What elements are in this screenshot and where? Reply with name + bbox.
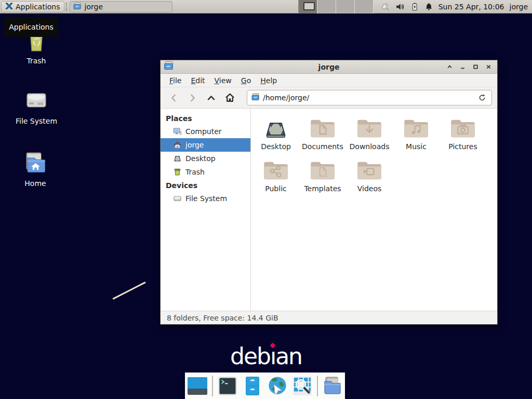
- workspace-3[interactable]: [336, 0, 355, 14]
- videos-folder-icon: [356, 159, 383, 182]
- file-item-documents[interactable]: Documents: [299, 117, 346, 151]
- sidebar-header-places: Places: [161, 112, 250, 125]
- sidebar-item-file-system[interactable]: File System: [161, 192, 250, 205]
- file-item-music[interactable]: Music: [393, 117, 440, 151]
- file-item-videos[interactable]: Videos: [346, 159, 393, 193]
- file-label: Desktop: [261, 142, 291, 151]
- applications-tooltip: Applications: [4, 17, 58, 37]
- file-view[interactable]: Desktop Documents Downloads Music: [251, 109, 497, 311]
- terminal-launcher[interactable]: [217, 376, 238, 396]
- menu-go[interactable]: Go: [236, 75, 256, 86]
- show-desktop-button[interactable]: [187, 376, 208, 396]
- applications-menu-label: Applications: [16, 3, 60, 11]
- user-menu[interactable]: jorge: [510, 3, 528, 11]
- file-item-templates[interactable]: Templates: [299, 159, 346, 193]
- menu-edit[interactable]: Edit: [186, 75, 209, 86]
- desktop-icon-file-system[interactable]: File System: [11, 88, 61, 125]
- file-label: Public: [265, 184, 286, 193]
- taskbar-window-button[interactable]: jorge: [70, 1, 172, 12]
- close-button[interactable]: [483, 62, 494, 72]
- up-button[interactable]: [203, 90, 219, 105]
- sidebar-item-computer[interactable]: Computer: [161, 125, 250, 138]
- tooltip-text: Applications: [9, 23, 54, 31]
- hard-drive-icon: [23, 88, 49, 114]
- path-bar[interactable]: [247, 90, 492, 105]
- debian-logo: debıan: [0, 343, 532, 369]
- menu-file[interactable]: File: [165, 75, 186, 86]
- file-label: Music: [406, 142, 427, 151]
- menu-view[interactable]: View: [210, 75, 236, 86]
- top-panel: Applications jorge: [0, 0, 532, 14]
- music-folder-icon: [403, 117, 430, 140]
- statusbar-text: 8 folders, Free space: 14.4 GiB: [167, 314, 278, 322]
- workspace-4[interactable]: [355, 0, 374, 14]
- workspace-1[interactable]: [299, 0, 317, 14]
- workspace-2[interactable]: [317, 0, 336, 14]
- toolbar: [161, 87, 497, 109]
- desktop-icon-label: Home: [24, 179, 46, 188]
- menu-help[interactable]: Help: [256, 75, 282, 86]
- file-label: Pictures: [448, 142, 477, 151]
- sidebar-item-label: Trash: [185, 168, 205, 176]
- workspace-window-preview: [303, 2, 315, 10]
- file-manager-window: jorge File Edit View Go Help: [160, 60, 498, 325]
- application-finder-launcher[interactable]: [292, 376, 313, 396]
- minimize-button[interactable]: [457, 62, 468, 72]
- dock-separator: [212, 376, 213, 396]
- file-label: Templates: [304, 184, 341, 193]
- file-item-pictures[interactable]: Pictures: [440, 117, 486, 151]
- notifications-bell-icon[interactable]: [424, 2, 433, 11]
- system-tray: [380, 2, 433, 11]
- trash-icon: [173, 168, 182, 176]
- desktop-blotter-icon: [173, 154, 182, 163]
- reload-button[interactable]: [476, 91, 488, 104]
- path-input[interactable]: [263, 94, 473, 102]
- public-folder-icon: [262, 159, 289, 182]
- dock-separator: [317, 376, 318, 396]
- clock[interactable]: Sun 25 Apr, 10:06: [438, 3, 504, 11]
- terminal-icon: [217, 376, 238, 396]
- file-manager-launcher[interactable]: [242, 376, 263, 396]
- file-cabinet-icon: [242, 376, 263, 396]
- window-body: Places Computer jorge Desktop Trash: [161, 109, 497, 311]
- desktop-blotter-icon: [262, 117, 289, 140]
- downloads-folder-icon: [356, 117, 383, 140]
- dock: [185, 373, 345, 399]
- templates-folder-icon: [309, 159, 336, 182]
- shade-button[interactable]: [444, 62, 455, 72]
- forward-button[interactable]: [184, 90, 200, 105]
- sidebar-item-label: Desktop: [185, 154, 216, 163]
- window-controls: [444, 62, 494, 72]
- volume-icon[interactable]: [395, 2, 405, 11]
- desktop-icon-label: Trash: [27, 57, 46, 65]
- statusbar: 8 folders, Free space: 14.4 GiB: [161, 311, 497, 324]
- sidebar-item-label: Computer: [185, 127, 222, 136]
- folder-launcher[interactable]: [322, 376, 343, 396]
- applications-menu-button[interactable]: Applications: [1, 1, 64, 12]
- maximize-button[interactable]: [470, 62, 481, 72]
- computer-icon: [173, 127, 182, 136]
- file-item-desktop[interactable]: Desktop: [252, 117, 299, 151]
- back-button[interactable]: [166, 90, 181, 105]
- web-browser-launcher[interactable]: [267, 376, 288, 396]
- xorg-logo-icon: [5, 2, 13, 11]
- debian-wordmark: debıan: [230, 343, 302, 369]
- sidebar-item-trash[interactable]: Trash: [161, 165, 250, 179]
- taskbar-window-label: jorge: [85, 3, 103, 11]
- panel-handle[interactable]: [66, 3, 68, 11]
- home-folder-icon: [22, 151, 48, 177]
- desktop-icon-home[interactable]: Home: [10, 151, 60, 188]
- documents-folder-icon: [309, 117, 336, 140]
- input-device-icon[interactable]: [380, 2, 390, 11]
- file-item-public[interactable]: Public: [252, 159, 299, 193]
- sidebar-header-devices: Devices: [161, 179, 250, 192]
- file-item-downloads[interactable]: Downloads: [346, 117, 393, 151]
- home-button[interactable]: [222, 90, 237, 105]
- stray-line-artifact: [112, 282, 146, 300]
- titlebar[interactable]: jorge: [161, 60, 497, 74]
- sidebar-item-label: File System: [185, 194, 227, 203]
- battery-icon[interactable]: [410, 2, 419, 11]
- sidebar-item-desktop[interactable]: Desktop: [161, 152, 250, 165]
- sidebar: Places Computer jorge Desktop Trash: [161, 109, 251, 311]
- sidebar-item-jorge[interactable]: jorge: [161, 138, 250, 152]
